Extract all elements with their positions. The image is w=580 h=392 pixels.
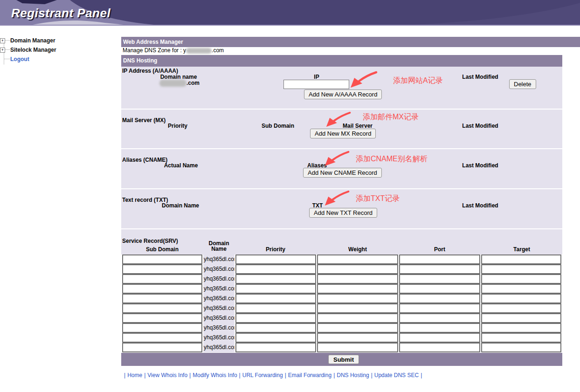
add-txt-record-button[interactable]: Add New TXT Record (309, 208, 377, 218)
srv-port-input[interactable] (399, 303, 480, 313)
expand-plus-icon[interactable]: + (0, 48, 5, 53)
col-header-sub-domain: Sub Domain (134, 246, 190, 253)
expand-plus-icon[interactable]: + (0, 38, 5, 43)
section-cname: Aliases (CNAME) Actual Name Aliases Add … (121, 149, 562, 188)
srv-row: yhq365dl.com (121, 254, 562, 264)
srv-weight-input[interactable] (317, 284, 398, 294)
srv-target-input[interactable] (481, 303, 561, 313)
srv-weight-input[interactable] (317, 323, 398, 333)
srv-priority-input[interactable] (235, 284, 316, 294)
logout-link[interactable]: Logout (10, 56, 29, 62)
srv-target-input[interactable] (481, 333, 561, 343)
srv-target-input[interactable] (481, 284, 561, 294)
srv-subdomain-input[interactable] (122, 323, 202, 333)
submit-button[interactable]: Submit (328, 355, 359, 364)
srv-subdomain-input[interactable] (122, 274, 202, 284)
srv-port-input[interactable] (399, 323, 480, 333)
srv-target-input[interactable] (481, 254, 561, 264)
section-title: IP Address (A/AAAA) (122, 68, 178, 74)
srv-target-input[interactable] (481, 323, 561, 333)
srv-target-input[interactable] (481, 274, 561, 284)
srv-domain-name: yhq365dl.com (203, 254, 235, 264)
srv-row: yhq365dl.com (121, 333, 562, 343)
srv-priority-input[interactable] (235, 264, 316, 274)
add-a-record-button[interactable]: Add New A/AAAA Record (304, 89, 382, 99)
red-arrow-icon (324, 190, 350, 206)
srv-subdomain-input[interactable] (122, 343, 202, 352)
srv-priority-input[interactable] (235, 303, 316, 313)
srv-weight-input[interactable] (317, 294, 398, 303)
footer-link-url-forwarding[interactable]: URL Forwarding (242, 372, 283, 378)
srv-domain-name: yhq365dl.com (203, 294, 235, 303)
add-mx-record-button[interactable]: Add New MX Record (310, 129, 376, 138)
srv-weight-input[interactable] (317, 274, 398, 284)
srv-target-input[interactable] (481, 343, 561, 352)
srv-port-input[interactable] (399, 313, 480, 323)
col-header-weight: Weight (330, 246, 386, 253)
srv-weight-input[interactable] (317, 343, 398, 352)
srv-row: yhq365dl.com (121, 343, 562, 352)
srv-port-input[interactable] (399, 343, 480, 352)
srv-priority-input[interactable] (235, 343, 316, 352)
ip-input[interactable] (283, 80, 349, 89)
last-modified-label: Last Modified (443, 123, 518, 129)
sidebar-item-domain-manager[interactable]: + Domain Manager (0, 37, 55, 44)
srv-weight-input[interactable] (317, 264, 398, 274)
sidebar-item-logout[interactable]: Logout (4, 55, 29, 63)
srv-port-input[interactable] (399, 333, 480, 343)
srv-port-input[interactable] (399, 294, 480, 303)
srv-priority-input[interactable] (235, 333, 316, 343)
footer-link-view-whois[interactable]: View Whois Info (147, 372, 187, 378)
srv-weight-input[interactable] (317, 313, 398, 323)
srv-priority-input[interactable] (235, 313, 316, 323)
srv-subdomain-input[interactable] (122, 254, 202, 264)
footer-links: |Home|View Whois Info|Modify Whois Info|… (122, 372, 424, 378)
footer-link-modify-whois[interactable]: Modify Whois Info (193, 372, 237, 378)
srv-row: yhq365dl.com (121, 303, 562, 313)
tree-dash (4, 59, 10, 60)
srv-port-input[interactable] (399, 274, 480, 284)
srv-target-input[interactable] (481, 264, 561, 274)
footer-link-update-dns-sec[interactable]: Update DNS SEC (374, 372, 419, 378)
ip-label: IP (289, 74, 345, 80)
separator: | (421, 372, 422, 378)
separator: | (239, 372, 241, 378)
sidebar-item-sitelock-manager[interactable]: + Sitelock Manager (0, 46, 56, 54)
srv-weight-input[interactable] (317, 303, 398, 313)
srv-row: yhq365dl.com (121, 274, 562, 284)
sidebar-item-label[interactable]: Domain Manager (10, 37, 55, 44)
srv-subdomain-input[interactable] (122, 333, 202, 343)
srv-target-input[interactable] (481, 294, 561, 303)
dns-hosting-title: DNS Hosting (123, 57, 157, 64)
plus-glyph: + (1, 48, 4, 52)
srv-priority-input[interactable] (235, 254, 316, 264)
separator: | (124, 372, 125, 378)
srv-weight-input[interactable] (317, 254, 398, 264)
srv-priority-input[interactable] (235, 323, 316, 333)
add-cname-record-button[interactable]: Add New CNAME Record (303, 168, 382, 178)
srv-subdomain-input[interactable] (122, 294, 202, 303)
footer-link-email-forwarding[interactable]: Email Forwarding (288, 372, 331, 378)
srv-subdomain-input[interactable] (122, 284, 202, 294)
sidebar-item-label[interactable]: Sitelock Manager (10, 47, 56, 53)
srv-weight-input[interactable] (317, 333, 398, 343)
srv-domain-name: yhq365dl.com (203, 313, 235, 323)
plus-glyph: + (1, 39, 4, 43)
footer-link-dns-hosting[interactable]: DNS Hosting (337, 372, 369, 378)
srv-subdomain-input[interactable] (122, 303, 202, 313)
srv-domain-name: yhq365dl.com (203, 303, 235, 313)
footer-link-home[interactable]: Home (127, 372, 142, 378)
srv-subdomain-input[interactable] (122, 313, 202, 323)
red-arrow-icon (324, 151, 350, 167)
srv-port-input[interactable] (399, 264, 480, 274)
annotation-cname-record: 添加CNAME别名解析 (356, 154, 428, 164)
srv-subdomain-input[interactable] (122, 264, 202, 274)
srv-priority-input[interactable] (235, 274, 316, 284)
srv-port-input[interactable] (399, 284, 480, 294)
header-banner: Registrant Panel (0, 0, 580, 26)
annotation-txt-record: 添加TXT记录 (356, 194, 400, 204)
srv-target-input[interactable] (481, 313, 561, 323)
delete-button[interactable]: Delete (509, 79, 536, 89)
srv-priority-input[interactable] (235, 294, 316, 303)
srv-port-input[interactable] (399, 254, 480, 264)
